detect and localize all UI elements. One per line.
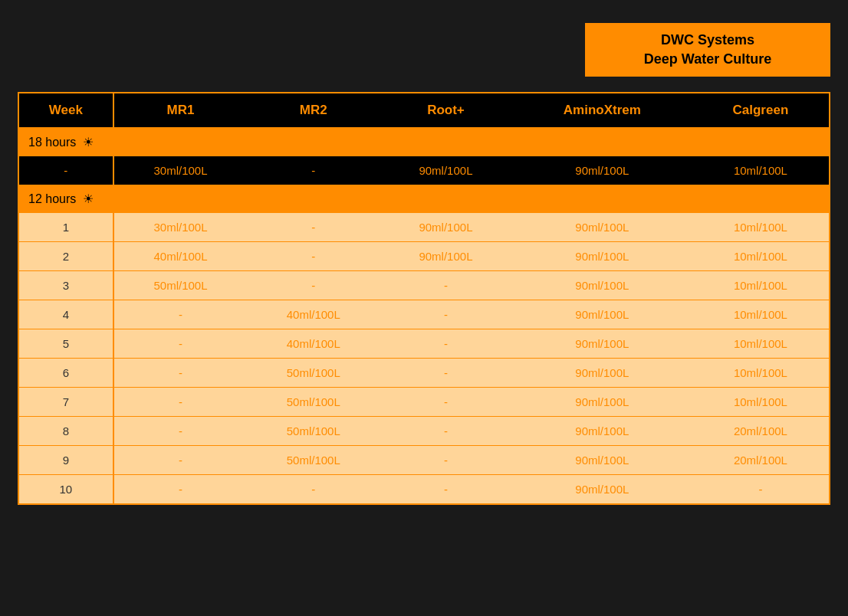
cell-12h-9-mr1: - — [113, 446, 248, 475]
cell-18h-1-aminoxtrem: 90ml/100L — [512, 156, 692, 185]
cell-12h-3-rootplus: - — [380, 271, 512, 300]
cell-12h-2-calgreen: 10ml/100L — [692, 242, 829, 271]
cell-12h-7-mr1: - — [113, 388, 248, 417]
cell-12h-7-mr2: 50ml/100L — [247, 388, 380, 417]
cell-12h-10-rootplus: - — [380, 475, 512, 504]
sun-icon-18h: ☀ — [83, 135, 94, 149]
row-12h-7: 7 - 50ml/100L - 90ml/100L 10ml/100L — [19, 388, 829, 417]
cell-18h-1-mr2: - — [247, 156, 380, 185]
cell-12h-10-calgreen: - — [692, 475, 829, 504]
row-18h-1: - 30ml/100L - 90ml/100L 90ml/100L 10ml/1… — [19, 156, 829, 185]
table-wrapper: Week MR1 MR2 Root+ AminoXtrem Calgreen 1… — [18, 92, 830, 505]
cell-12h-8-week: 8 — [19, 417, 113, 446]
cell-12h-1-week: 1 — [19, 213, 113, 242]
cell-12h-2-aminoxtrem: 90ml/100L — [512, 242, 692, 271]
cell-12h-10-mr2: - — [247, 475, 380, 504]
cell-12h-8-calgreen: 20ml/100L — [692, 417, 829, 446]
page-container: DWC Systems Deep Water Culture Week MR1 … — [18, 15, 830, 505]
cell-12h-9-week: 9 — [19, 446, 113, 475]
cell-18h-1-rootplus: 90ml/100L — [380, 156, 512, 185]
col-aminoxtrem: AminoXtrem — [512, 93, 692, 128]
cell-12h-8-aminoxtrem: 90ml/100L — [512, 417, 692, 446]
main-table: Week MR1 MR2 Root+ AminoXtrem Calgreen 1… — [19, 93, 829, 503]
col-rootplus: Root+ — [380, 93, 512, 128]
col-mr1: MR1 — [113, 93, 248, 128]
cell-12h-1-mr2: - — [247, 213, 380, 242]
cell-12h-6-rootplus: - — [380, 359, 512, 388]
row-12h-4: 4 - 40ml/100L - 90ml/100L 10ml/100L — [19, 300, 829, 329]
cell-12h-3-aminoxtrem: 90ml/100L — [512, 271, 692, 300]
cell-12h-3-week: 3 — [19, 271, 113, 300]
cell-12h-4-mr1: - — [113, 300, 248, 329]
cell-18h-1-week: - — [19, 156, 113, 185]
cell-18h-1-calgreen: 10ml/100L — [692, 156, 829, 185]
row-12h-8: 8 - 50ml/100L - 90ml/100L 20ml/100L — [19, 417, 829, 446]
section-18h-header: 18 hours ☀ — [19, 128, 829, 156]
cell-12h-4-rootplus: - — [380, 300, 512, 329]
cell-12h-6-aminoxtrem: 90ml/100L — [512, 359, 692, 388]
cell-12h-10-aminoxtrem: 90ml/100L — [512, 475, 692, 504]
header-banner: DWC Systems Deep Water Culture — [585, 23, 830, 77]
cell-12h-10-week: 10 — [19, 475, 113, 504]
cell-12h-4-calgreen: 10ml/100L — [692, 300, 829, 329]
section-18h-label: 18 hours ☀ — [19, 128, 829, 156]
cell-12h-10-mr1: - — [113, 475, 248, 504]
cell-12h-8-mr1: - — [113, 417, 248, 446]
cell-12h-8-mr2: 50ml/100L — [247, 417, 380, 446]
sun-icon-12h: ☀ — [83, 192, 94, 206]
cell-12h-2-rootplus: 90ml/100L — [380, 242, 512, 271]
cell-12h-4-week: 4 — [19, 300, 113, 329]
cell-12h-5-mr1: - — [113, 329, 248, 359]
cell-12h-7-week: 7 — [19, 388, 113, 417]
cell-12h-5-calgreen: 10ml/100L — [692, 329, 829, 359]
section-12h-header: 12 hours ☀ — [19, 185, 829, 213]
row-12h-1: 1 30ml/100L - 90ml/100L 90ml/100L 10ml/1… — [19, 213, 829, 242]
cell-12h-9-aminoxtrem: 90ml/100L — [512, 446, 692, 475]
cell-12h-7-calgreen: 10ml/100L — [692, 388, 829, 417]
cell-12h-2-mr2: - — [247, 242, 380, 271]
cell-12h-9-calgreen: 20ml/100L — [692, 446, 829, 475]
row-12h-2: 2 40ml/100L - 90ml/100L 90ml/100L 10ml/1… — [19, 242, 829, 271]
cell-12h-5-rootplus: - — [380, 329, 512, 359]
cell-12h-3-calgreen: 10ml/100L — [692, 271, 829, 300]
cell-12h-7-rootplus: - — [380, 388, 512, 417]
cell-12h-1-aminoxtrem: 90ml/100L — [512, 213, 692, 242]
cell-12h-6-week: 6 — [19, 359, 113, 388]
row-12h-9: 9 - 50ml/100L - 90ml/100L 20ml/100L — [19, 446, 829, 475]
row-12h-10: 10 - - - 90ml/100L - — [19, 475, 829, 504]
cell-12h-3-mr1: 50ml/100L — [113, 271, 248, 300]
cell-12h-2-week: 2 — [19, 242, 113, 271]
cell-12h-8-rootplus: - — [380, 417, 512, 446]
cell-12h-3-mr2: - — [247, 271, 380, 300]
cell-12h-4-mr2: 40ml/100L — [247, 300, 380, 329]
header-title-line2: Deep Water Culture — [644, 51, 771, 67]
cell-12h-9-mr2: 50ml/100L — [247, 446, 380, 475]
cell-12h-4-aminoxtrem: 90ml/100L — [512, 300, 692, 329]
cell-12h-7-aminoxtrem: 90ml/100L — [512, 388, 692, 417]
col-week: Week — [19, 93, 113, 128]
col-calgreen: Calgreen — [692, 93, 829, 128]
row-12h-6: 6 - 50ml/100L - 90ml/100L 10ml/100L — [19, 359, 829, 388]
cell-12h-6-mr1: - — [113, 359, 248, 388]
cell-12h-9-rootplus: - — [380, 446, 512, 475]
col-mr2: MR2 — [247, 93, 380, 128]
cell-12h-6-calgreen: 10ml/100L — [692, 359, 829, 388]
cell-12h-5-aminoxtrem: 90ml/100L — [512, 329, 692, 359]
cell-18h-1-mr1: 30ml/100L — [113, 156, 248, 185]
cell-12h-5-week: 5 — [19, 329, 113, 359]
cell-12h-1-calgreen: 10ml/100L — [692, 213, 829, 242]
header-title-line1: DWC Systems — [661, 32, 754, 48]
row-12h-3: 3 50ml/100L - - 90ml/100L 10ml/100L — [19, 271, 829, 300]
table-header-row: Week MR1 MR2 Root+ AminoXtrem Calgreen — [19, 93, 829, 128]
cell-12h-2-mr1: 40ml/100L — [113, 242, 248, 271]
row-12h-5: 5 - 40ml/100L - 90ml/100L 10ml/100L — [19, 329, 829, 359]
cell-12h-1-mr1: 30ml/100L — [113, 213, 248, 242]
cell-12h-5-mr2: 40ml/100L — [247, 329, 380, 359]
cell-12h-6-mr2: 50ml/100L — [247, 359, 380, 388]
cell-12h-1-rootplus: 90ml/100L — [380, 213, 512, 242]
section-12h-label: 12 hours ☀ — [19, 185, 829, 213]
